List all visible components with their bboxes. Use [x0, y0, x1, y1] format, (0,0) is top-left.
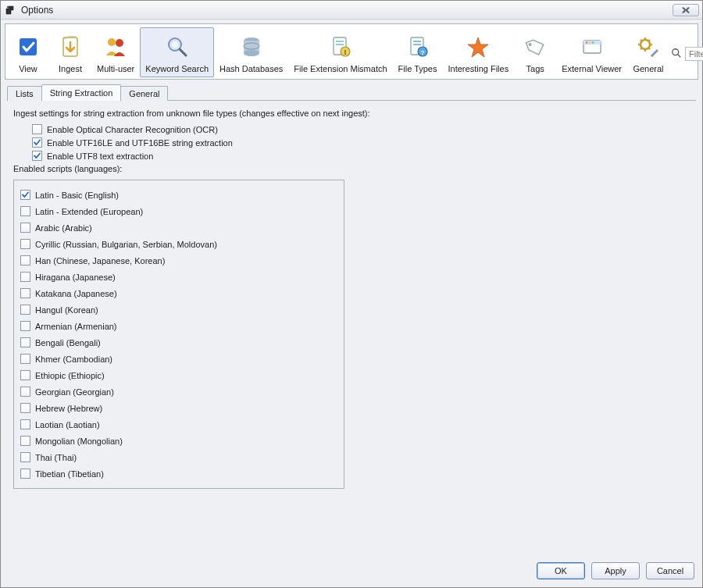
extraction-options: Enable Optical Character Recognition (OC… [13, 124, 690, 161]
script-label: Khmer (Cambodian) [35, 355, 112, 364]
filter-input[interactable] [685, 47, 703, 61]
toolbar-item-label: Keyword Search [145, 64, 209, 73]
toolbar-item-multi-user[interactable]: Multi-user [91, 27, 140, 77]
toolbar-item-general[interactable]: General [627, 27, 669, 77]
script-row-katakana: Katakana (Japanese) [19, 285, 339, 301]
toolbar-item-tags[interactable]: Tags [514, 27, 556, 77]
script-label: Hiragana (Japanese) [35, 273, 116, 282]
checkbox-utf16[interactable] [32, 137, 42, 148]
checkbox-utf8[interactable] [32, 151, 42, 161]
toolbar-item-label: Multi-user [97, 64, 134, 73]
checkbox-laotian[interactable] [20, 419, 30, 429]
panel-description: Ingest settings for string extraction fr… [13, 109, 690, 118]
window-icon [576, 31, 608, 62]
script-row-ethiopic: Ethiopic (Ethiopic) [19, 367, 339, 383]
tabs-row: ListsString ExtractionGeneral [7, 84, 696, 101]
scripts-listbox: Latin - Basic (English)Latin - Extended … [13, 180, 344, 489]
checkbox-bengali[interactable] [20, 337, 30, 347]
svg-point-37 [673, 49, 679, 55]
svg-point-0 [7, 5, 9, 7]
checkbox-arabic[interactable] [20, 223, 30, 233]
cancel-button[interactable]: Cancel [646, 562, 694, 579]
toolbar-item-keyword-search[interactable]: Keyword Search [140, 27, 214, 77]
option-row-ocr: Enable Optical Character Recognition (OC… [32, 124, 690, 134]
apply-button[interactable]: Apply [591, 562, 640, 579]
checkbox-latin-extended[interactable] [20, 206, 30, 216]
script-label: Latin - Extended (European) [35, 207, 143, 216]
toolbar-item-label: View [19, 64, 37, 73]
toolbar-item-external-viewer[interactable]: External Viewer [556, 27, 627, 77]
toolbar-item-ingest[interactable]: Ingest [49, 27, 91, 77]
script-row-armenian: Armenian (Armenian) [19, 318, 339, 334]
tab-general[interactable]: General [120, 86, 168, 101]
script-label: Armenian (Armenian) [35, 322, 117, 331]
svg-line-32 [641, 40, 642, 41]
window-close-button[interactable] [673, 4, 699, 16]
script-row-latin-basic: Latin - Basic (English) [19, 187, 339, 203]
app-icon [4, 4, 16, 16]
checkbox-katakana[interactable] [20, 288, 30, 298]
checkbox-cyrillic[interactable] [20, 239, 30, 249]
svg-rect-18 [413, 44, 421, 45]
toolbar-item-label: File Types [398, 64, 437, 73]
toolbar-item-hash-databases[interactable]: Hash Databases [214, 27, 288, 77]
script-label: Georgian (Georgian) [35, 387, 114, 397]
option-row-utf8: Enable UTF8 text extraction [32, 151, 690, 161]
toolbar-container: ViewIngestMulti-userKeyword SearchHash D… [5, 23, 698, 80]
toolbar-item-label: General [633, 64, 663, 73]
script-row-laotian: Laotian (Laotian) [19, 416, 339, 433]
script-row-arabic: Arabic (Arabic) [19, 219, 339, 236]
toolbar-item-file-extension-mismatch[interactable]: !File Extension Mismatch [288, 27, 392, 77]
checkbox-mongolian[interactable] [20, 436, 30, 446]
script-row-hebrew: Hebrew (Hebrew) [19, 400, 339, 416]
script-label: Arabic (Arabic) [35, 223, 92, 233]
option-label: Enable Optical Character Recognition (OC… [47, 125, 218, 134]
window-title: Options [21, 5, 668, 16]
svg-rect-1 [20, 38, 37, 55]
toolbar-item-view[interactable]: View [7, 27, 49, 77]
checkbox-ethiopic[interactable] [20, 370, 30, 380]
filter-area [671, 24, 703, 79]
checkbox-georgian[interactable] [20, 387, 30, 397]
svg-point-10 [244, 50, 259, 56]
checkbox-thai[interactable] [20, 452, 30, 462]
checkbox-khmer[interactable] [20, 354, 30, 364]
svg-rect-17 [413, 41, 421, 42]
toolbar-item-label: Interesting Files [448, 64, 509, 73]
checkbox-tibetian[interactable] [20, 469, 30, 479]
svg-line-34 [641, 48, 642, 49]
view-icon [12, 31, 44, 62]
checkbox-armenian[interactable] [20, 321, 30, 331]
search-icon [671, 48, 682, 60]
checkbox-hiragana[interactable] [20, 272, 30, 282]
toolbar-item-file-types[interactable]: ?File Types [393, 27, 443, 77]
search-icon [162, 31, 193, 62]
script-label: Katakana (Japanese) [35, 289, 117, 298]
mismatch-icon: ! [325, 31, 356, 62]
gear-icon [633, 31, 664, 62]
ok-button[interactable]: OK [537, 562, 585, 579]
tab-lists[interactable]: Lists [7, 86, 42, 101]
script-row-han: Han (Chinese, Japanese, Korean) [19, 252, 339, 269]
script-label: Latin - Basic (English) [35, 191, 119, 200]
scripts-label: Enabled scripts (languages): [13, 164, 690, 173]
script-row-thai: Thai (Thai) [19, 449, 339, 465]
toolbar-item-label: File Extension Mismatch [294, 64, 387, 73]
svg-point-6 [172, 41, 178, 48]
script-row-hangul: Hangul (Korean) [19, 301, 339, 318]
multiuser-icon [100, 31, 131, 62]
checkbox-latin-basic[interactable] [20, 190, 30, 200]
checkbox-ocr[interactable] [32, 124, 42, 134]
script-row-latin-extended: Latin - Extended (European) [19, 203, 339, 219]
checkbox-hangul[interactable] [20, 305, 30, 315]
script-label: Thai (Thai) [35, 453, 77, 462]
option-label: Enable UTF8 text extraction [47, 151, 153, 161]
toolbar-item-label: Hash Databases [219, 64, 283, 73]
script-row-cyrillic: Cyrillic (Russian, Bulgarian, Serbian, M… [19, 236, 339, 252]
svg-text:?: ? [420, 49, 424, 56]
checkbox-hebrew[interactable] [20, 403, 30, 413]
toolbar-item-interesting-files[interactable]: Interesting Files [443, 27, 515, 77]
checkbox-han[interactable] [20, 255, 30, 265]
tab-string-extraction[interactable]: String Extraction [41, 84, 122, 101]
option-row-utf16: Enable UTF16LE and UTF16BE string extrac… [32, 137, 690, 148]
